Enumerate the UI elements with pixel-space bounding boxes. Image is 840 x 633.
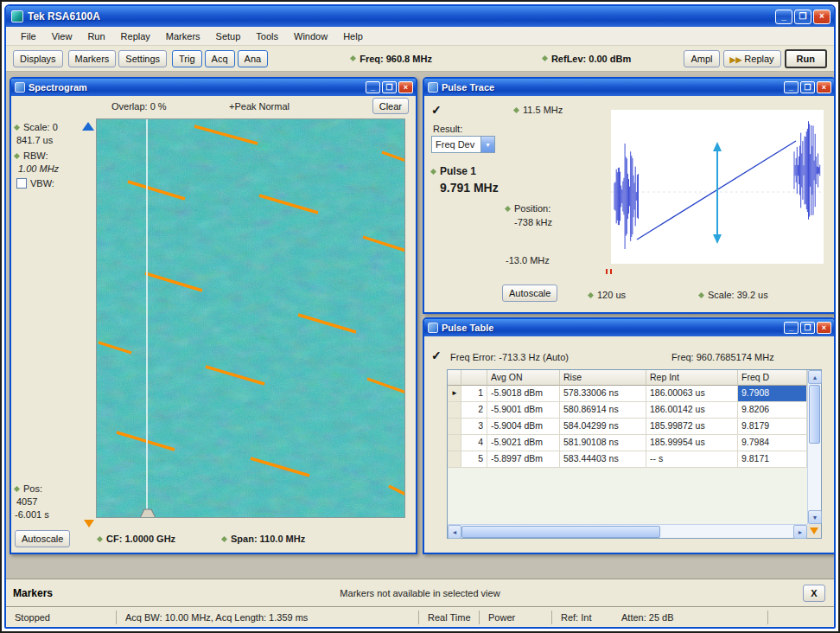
cell-avg-on[interactable]: -5.8997 dBm: [487, 451, 560, 468]
pulse-trace-maximize-icon[interactable]: ❐: [800, 81, 815, 93]
cell-rep-int[interactable]: 186.00142 us: [646, 402, 738, 419]
replay-button[interactable]: ▶▶Replay: [723, 50, 781, 67]
scale-bottom-marker-icon[interactable]: [84, 520, 94, 528]
more-data-icon: [810, 528, 818, 534]
replay-button-label: Replay: [744, 54, 773, 64]
table-row[interactable]: 2 -5.9001 dBm 580.86914 ns 186.00142 us …: [448, 402, 807, 419]
scroll-down-icon[interactable]: ▼: [808, 510, 822, 524]
application-window: Tek RSA6100A _ ❐ × File View Run Replay …: [0, 0, 840, 633]
cell-rise[interactable]: 580.86914 ns: [560, 402, 646, 419]
pulse-trace-titlebar[interactable]: Pulse Trace _ ❐ ×: [424, 79, 834, 96]
cell-rise[interactable]: 583.44403 ns: [560, 451, 646, 468]
cell-rise[interactable]: 584.04299 ns: [560, 419, 646, 435]
pos-indicator-icon: [14, 485, 20, 491]
table-enabled-check-icon[interactable]: ✓: [431, 348, 442, 362]
scale-top-marker-icon[interactable]: [82, 122, 94, 131]
spectrogram-close-icon[interactable]: ×: [398, 81, 413, 93]
main-toolbar: Displays Markers Settings Trig Acq Ana F…: [6, 46, 834, 72]
menu-window[interactable]: Window: [286, 31, 335, 42]
rbw-label: RBW:: [23, 150, 48, 161]
status-filler: [768, 611, 834, 624]
vbw-checkbox[interactable]: [16, 178, 27, 189]
pulse-table-maximize-icon[interactable]: ❐: [800, 322, 815, 334]
scroll-left-icon[interactable]: ◄: [448, 525, 461, 539]
table-horizontal-scrollbar[interactable]: ◄ ►: [448, 524, 807, 538]
table-row[interactable]: 3 -5.9004 dBm 584.04299 ns 185.99872 us …: [448, 419, 807, 435]
table-freq-readout: Freq: 960.7685174 MHz: [671, 352, 774, 362]
menu-setup[interactable]: Setup: [208, 31, 249, 42]
minimize-icon[interactable]: _: [775, 10, 792, 24]
cell-rep-int[interactable]: 185.99872 us: [646, 419, 738, 435]
pulse-table-titlebar[interactable]: Pulse Table _ ❐ ×: [424, 319, 834, 336]
cell-rise[interactable]: 578.33006 ns: [560, 386, 646, 402]
header-rise: Rise: [560, 370, 646, 386]
spectrogram-maximize-icon[interactable]: ❐: [382, 81, 397, 93]
result-label: Result:: [433, 124, 462, 134]
menu-help[interactable]: Help: [335, 31, 371, 42]
pulse-trace-chart[interactable]: [611, 110, 824, 264]
pulse-table-close-icon[interactable]: ×: [817, 322, 831, 334]
menu-run[interactable]: Run: [80, 31, 112, 42]
pulse-trace-autoscale-button[interactable]: Autoscale: [502, 285, 557, 302]
menu-bar: File View Run Replay Markers Setup Tools…: [6, 27, 834, 46]
cell-freq-dev-selected[interactable]: 9.7908: [738, 386, 807, 402]
clear-button[interactable]: Clear: [372, 98, 409, 114]
scroll-up-icon[interactable]: ▲: [808, 370, 822, 384]
pulse-table-minimize-icon[interactable]: _: [784, 322, 799, 334]
acq-button[interactable]: Acq: [205, 50, 235, 67]
scroll-right-icon[interactable]: ►: [793, 525, 807, 539]
pulse-trace-minimize-icon[interactable]: _: [784, 81, 799, 93]
scale-readout: Scale: 0: [15, 122, 58, 132]
app-titlebar[interactable]: Tek RSA6100A _ ❐ ×: [6, 6, 834, 27]
cell-freq-dev[interactable]: 9.7984: [738, 435, 807, 451]
displays-button[interactable]: Displays: [13, 50, 63, 67]
cell-rep-int[interactable]: -- s: [646, 451, 738, 468]
vertical-scroll-thumb[interactable]: [809, 385, 820, 444]
cell-freq-dev[interactable]: 9.8206: [738, 402, 807, 419]
ana-button[interactable]: Ana: [238, 50, 269, 67]
cell-avg-on[interactable]: -5.9018 dBm: [487, 386, 560, 402]
spectrogram-titlebar[interactable]: Spectrogram _ ❐ ×: [11, 79, 416, 96]
run-button[interactable]: Run: [785, 49, 827, 68]
settings-button[interactable]: Settings: [118, 50, 167, 67]
menu-view[interactable]: View: [44, 31, 80, 42]
close-icon[interactable]: ×: [813, 10, 830, 24]
row-number: 5: [461, 451, 487, 468]
markers-button[interactable]: Markers: [68, 50, 117, 67]
cell-rise[interactable]: 581.90108 ns: [560, 435, 646, 451]
result-select[interactable]: Freq Dev ▼: [431, 136, 495, 153]
ampl-button[interactable]: Ampl: [684, 50, 719, 67]
red-tick-icon: [610, 269, 612, 274]
position-readout: Position:: [506, 203, 550, 214]
cell-avg-on[interactable]: -5.9004 dBm: [487, 419, 560, 435]
cell-rep-int[interactable]: 185.99954 us: [646, 435, 738, 451]
menu-replay[interactable]: Replay: [113, 31, 158, 42]
table-row[interactable]: 5 -5.8997 dBm 583.44403 ns -- s 9.8171: [448, 451, 807, 468]
table-vertical-scrollbar[interactable]: ▲ ▼: [807, 370, 821, 524]
cell-freq-dev[interactable]: 9.8171: [738, 451, 807, 468]
table-row[interactable]: 4 -5.9021 dBm 581.90108 ns 185.99954 us …: [448, 435, 807, 451]
row-number: 3: [461, 419, 487, 435]
spectrogram-autoscale-button[interactable]: Autoscale: [15, 530, 70, 547]
trig-button[interactable]: Trig: [172, 50, 202, 67]
horizontal-scroll-thumb[interactable]: [461, 526, 660, 538]
chevron-down-icon[interactable]: ▼: [480, 137, 494, 152]
spectrogram-minimize-icon[interactable]: _: [366, 81, 380, 93]
menu-markers[interactable]: Markers: [158, 31, 208, 42]
markers-bar-close-button[interactable]: X: [803, 585, 825, 602]
pulse-trace-close-icon[interactable]: ×: [817, 81, 831, 93]
trace-enabled-check-icon[interactable]: ✓: [431, 103, 442, 117]
pulse-trace-waveform: [611, 110, 824, 264]
maximize-icon[interactable]: ❐: [794, 10, 811, 24]
header-selector: [448, 370, 461, 386]
cell-avg-on[interactable]: -5.9001 dBm: [487, 402, 560, 419]
spectrogram-window: Spectrogram _ ❐ × Overlap: 0 % +Peak Nor…: [10, 77, 417, 554]
cell-freq-dev[interactable]: 9.8179: [738, 419, 807, 435]
cell-avg-on[interactable]: -5.9021 dBm: [487, 435, 560, 451]
pulse-number-label: Pulse 1: [440, 165, 476, 177]
spectrogram-plot[interactable]: [96, 118, 405, 518]
menu-tools[interactable]: Tools: [248, 31, 286, 42]
menu-file[interactable]: File: [13, 31, 44, 42]
cell-rep-int[interactable]: 186.00063 us: [646, 386, 738, 402]
table-row[interactable]: ► 1 -5.9018 dBm 578.33006 ns 186.00063 u…: [448, 386, 807, 402]
